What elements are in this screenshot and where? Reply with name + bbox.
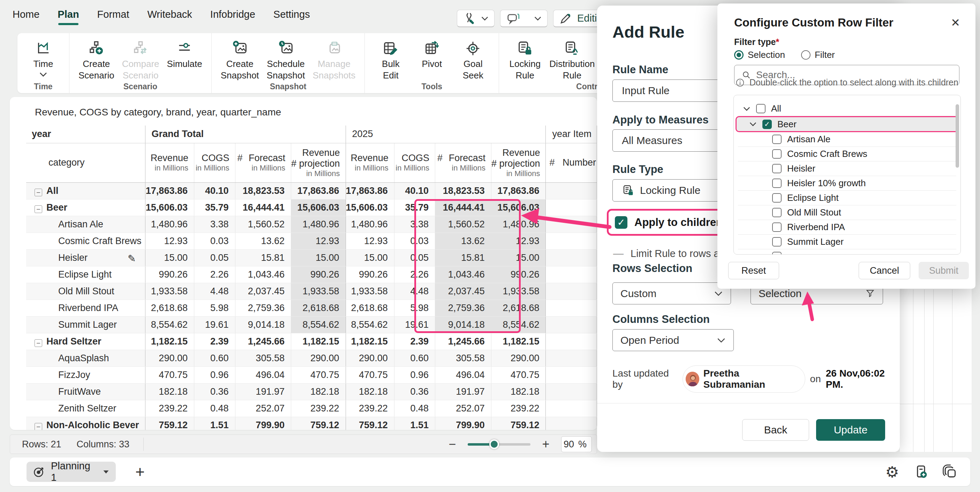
row-name[interactable]: Old Mill Stout (26, 283, 145, 300)
grid-row-fruitwave[interactable]: FruitWave182.180.36191.97182.18182.180.3… (26, 383, 597, 400)
comments-dropdown[interactable] (500, 10, 547, 27)
tree-checkbox[interactable] (772, 149, 781, 159)
menu-item-infobridge[interactable]: Infobridge (210, 9, 255, 20)
cancel-button[interactable]: Cancel (859, 262, 910, 279)
menu-item-format[interactable]: Format (97, 9, 129, 20)
zoom-slider[interactable] (468, 443, 530, 446)
collapse-icon[interactable]: − (35, 339, 42, 347)
rows-selection-select[interactable]: Custom (612, 283, 731, 305)
filter-type-radio-filter[interactable]: Filter (801, 49, 835, 60)
grid-row-all[interactable]: −All17,863.8640.1018,823.5317,863.8617,8… (26, 183, 597, 199)
row-name[interactable]: Heisler✎ (26, 249, 145, 266)
ribbon-button-time-chart[interactable]: Time (24, 37, 63, 83)
row-name[interactable]: −Hard Seltzer (26, 333, 145, 350)
tree-checkbox[interactable] (772, 135, 781, 144)
grid-row-eclipse-light[interactable]: Eclipse Light990.262.261,043.46990.26990… (26, 266, 597, 283)
tree-checkbox[interactable] (772, 252, 781, 254)
row-name[interactable]: −Non-Alcoholic Bever (26, 417, 145, 430)
ribbon-button-create-snapshot[interactable]: Create Snapshot (218, 37, 262, 83)
tree-item-beer[interactable]: ✓Beer (735, 116, 959, 132)
tree-checkbox[interactable] (772, 193, 781, 203)
filter-tree[interactable]: All✓BeerArtisan AleCosmic Craft BrewsHei… (733, 95, 961, 254)
collapse-icon[interactable]: − (35, 205, 42, 213)
row-name[interactable]: AquaSplash (26, 350, 145, 367)
tree-scrollbar[interactable] (956, 104, 959, 168)
grid-row-aquasplash[interactable]: AquaSplash290.000.60305.58290.00290.000.… (26, 350, 597, 367)
row-name[interactable]: Artisan Ale (26, 216, 145, 233)
grid-row-beer[interactable]: −Beer15,606.0335.7916,444.4115,606.0315,… (26, 199, 597, 216)
menu-item-home[interactable]: Home (13, 9, 40, 20)
add-document-icon[interactable] (913, 464, 928, 479)
row-name[interactable]: Cosmic Craft Brews (26, 233, 145, 249)
ribbon-button-goal-seek[interactable]: Goal Seek (453, 37, 492, 83)
tree-item-cosmic-craft-brews[interactable]: Cosmic Craft Brews (738, 147, 956, 162)
zoom-value-box[interactable]: 90 % (561, 436, 592, 452)
tree-item-all[interactable]: All (738, 102, 956, 116)
zoom-slider-thumb[interactable] (489, 440, 499, 449)
filter-type-radio-selection[interactable]: Selection (734, 49, 785, 60)
tree-checkbox[interactable] (772, 208, 781, 217)
zoom-in-button[interactable]: + (539, 437, 552, 452)
grid-row-fizzjoy[interactable]: FizzJoy470.750.96496.04470.75470.750.964… (26, 367, 597, 383)
ribbon-button-simulate[interactable]: Simulate (164, 37, 205, 83)
tree-checkbox[interactable] (772, 237, 781, 246)
tab-planning-1[interactable]: Planning 1 (27, 462, 116, 482)
back-button[interactable]: Back (742, 419, 809, 441)
columns-selection-select[interactable]: Open Period (612, 329, 734, 351)
tree-item-old-mill-stout[interactable]: Old Mill Stout (738, 205, 956, 220)
data-grid[interactable]: yearGrand Total2025year ItemcategoryReve… (26, 125, 597, 430)
row-name[interactable]: Eclipse Light (26, 266, 145, 283)
menu-item-settings[interactable]: Settings (274, 9, 310, 20)
close-icon[interactable]: ✕ (951, 16, 960, 29)
tree-checkbox[interactable] (756, 104, 765, 113)
ribbon-button-locking-rule[interactable]: Locking Rule (505, 37, 544, 83)
grid-row-summit-lager[interactable]: Summit Lager8,554.6219.619,014.188,554.6… (26, 316, 597, 333)
grid-row-old-mill-stout[interactable]: Old Mill Stout1,933.584.482,037.451,933.… (26, 283, 597, 300)
grid-row-riverbend-ipa[interactable]: Riverbend IPA2,618.685.982,759.362,618.6… (26, 300, 597, 316)
apply-to-children-checkbox[interactable]: ✓ (615, 216, 627, 229)
ribbon-button-bulk-edit[interactable]: Bulk Edit (371, 37, 410, 83)
grid-row-heisler[interactable]: Heisler✎15.000.0515.8115.0015.000.0515.8… (26, 249, 597, 266)
tree-item-riverbend-ipa[interactable]: Riverbend IPA (738, 220, 956, 235)
grid-row-zenith-seltzer[interactable]: Zenith Seltzer239.220.48252.07239.22239.… (26, 400, 597, 417)
tree-item-heisler[interactable]: Heisler (738, 162, 956, 176)
row-name[interactable]: Zenith Seltzer (26, 400, 145, 417)
ribbon-button-distribution-rule[interactable]: Distribution Rule (547, 37, 597, 83)
format-painter-dropdown[interactable] (457, 10, 495, 27)
chevron-down-icon[interactable] (749, 122, 757, 127)
zoom-out-button[interactable]: − (446, 437, 458, 452)
tree-checkbox[interactable] (772, 222, 781, 232)
edit-pencil-icon[interactable]: ✎ (128, 253, 136, 264)
grid-row-cosmic-craft-brews[interactable]: Cosmic Craft Brews12.930.0313.6212.9312.… (26, 233, 597, 249)
tree-item-partial[interactable] (738, 249, 956, 254)
tree-checkbox[interactable] (772, 179, 781, 188)
tree-item-heisler-10-growth[interactable]: Heisler 10% growth (738, 176, 956, 191)
update-button[interactable]: Update (816, 419, 885, 441)
menu-item-plan[interactable]: Plan (57, 9, 79, 20)
tree-item-artisan-ale[interactable]: Artisan Ale (738, 132, 956, 147)
chevron-down-icon[interactable] (743, 106, 751, 111)
ribbon-button-pivot[interactable]: Pivot (412, 37, 451, 83)
collapse-icon[interactable]: − (35, 423, 42, 430)
grid-row-artisan-ale[interactable]: Artisan Ale1,480.963.381,560.521,480.961… (26, 216, 597, 233)
reset-button[interactable]: Reset (728, 262, 779, 279)
row-name[interactable]: −All (26, 183, 145, 199)
ribbon-button-schedule-snapshot[interactable]: Schedule Snapshot (264, 37, 308, 83)
tree-item-eclipse-light[interactable]: Eclipse Light (738, 191, 956, 205)
row-name[interactable]: FizzJoy (26, 367, 145, 383)
row-name[interactable]: −Beer (26, 199, 145, 216)
tree-checkbox[interactable]: ✓ (762, 120, 772, 129)
settings-gear-icon[interactable]: ⚙ (886, 463, 899, 481)
ribbon-button-create-scenario[interactable]: Create Scenario (76, 37, 117, 83)
add-sheet-button[interactable]: + (135, 464, 145, 480)
row-name[interactable]: FruitWave (26, 383, 145, 400)
copies-layers-icon[interactable] (942, 464, 958, 479)
row-name[interactable]: Summit Lager (26, 316, 145, 333)
row-name[interactable]: Riverbend IPA (26, 300, 145, 316)
tree-checkbox[interactable] (772, 164, 781, 173)
tree-item-summit-lager[interactable]: Summit Lager (738, 235, 956, 249)
menu-item-writeback[interactable]: Writeback (147, 9, 192, 20)
grid-row-hard-seltzer[interactable]: −Hard Seltzer1,182.152.391,245.661,182.1… (26, 333, 597, 350)
collapse-icon[interactable]: − (35, 189, 42, 196)
grid-row-non-alcoholic-bever[interactable]: −Non-Alcoholic Bever759.121.51799.90759.… (26, 417, 597, 430)
